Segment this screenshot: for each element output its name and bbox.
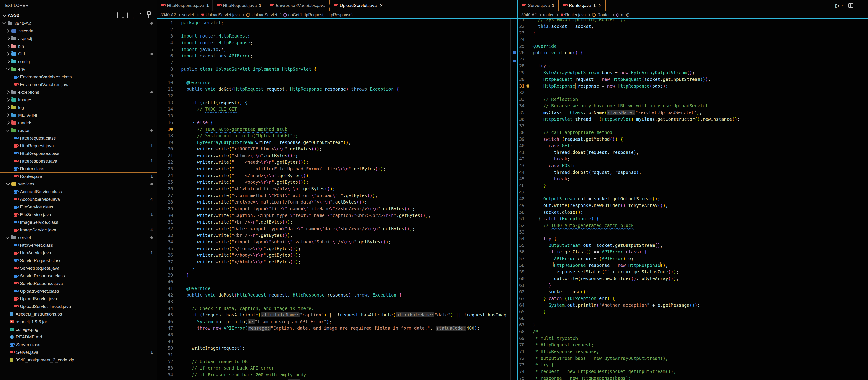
code-line[interactable]: 70 * HttpRequest request;: [518, 342, 868, 348]
code-line[interactable]: 36 writer.write("</body>\r\n".getBytes()…: [157, 252, 517, 258]
code-editor[interactable]: 21 // System.out.println("Router ");22 t…: [518, 19, 868, 380]
code-line[interactable]: 27 writer.write("<form method=\"POST\" a…: [157, 192, 517, 199]
code-line[interactable]: 5import java.io.*;: [157, 46, 517, 53]
tree-file-aspectj_instructions.txt[interactable]: AspectJ_Instructions.txt: [0, 310, 156, 318]
code-line[interactable]: 39 switch (request.getMethod()) {: [518, 136, 868, 143]
tree-file-servletresponse.class[interactable]: ServletResponse.class: [0, 272, 156, 280]
code-line[interactable]: 19 ByteArrayOutputStream writer = respon…: [157, 139, 517, 146]
tree-file-httprequest.class[interactable]: HttpRequest.class: [0, 134, 156, 142]
code-line[interactable]: 32 writer.write("Date: <input type=\"dat…: [157, 226, 517, 232]
code-line[interactable]: 37: [518, 123, 868, 129]
code-line[interactable]: 29 ByteArrayOutputStream baos = new Byte…: [518, 69, 868, 76]
tree-file-fileservice.class[interactable]: FileService.class: [0, 203, 156, 211]
code-line[interactable]: 22 this.socket = socket;: [518, 23, 868, 30]
close-icon[interactable]: ×: [599, 3, 602, 8]
code-line[interactable]: 41 @Override: [157, 285, 517, 292]
code-line[interactable]: 54 try {: [518, 235, 868, 242]
collapse-all-icon[interactable]: [148, 12, 149, 18]
code-line[interactable]: 74 * request = new HttpRequest(socket.ge…: [518, 368, 868, 375]
code-line[interactable]: 45 break;: [518, 175, 868, 182]
breadcrumb-item[interactable]: UploadServlet.java: [200, 12, 240, 18]
tree-file-accountservice.class[interactable]: AccountService.class: [0, 188, 156, 196]
code-line[interactable]: 12: [157, 93, 517, 99]
tree-folder-log[interactable]: log: [0, 104, 156, 111]
tree-folder-models[interactable]: models: [0, 119, 156, 127]
code-line[interactable]: 45 if (!request.hasAttribute(attributeNa…: [157, 312, 517, 318]
code-line[interactable]: 29 writer.write("<input type=\"file\" na…: [157, 205, 517, 212]
overview-ruler[interactable]: [510, 19, 517, 380]
code-line[interactable]: 23 }: [518, 29, 868, 36]
more-actions-icon[interactable]: ···: [507, 2, 513, 9]
code-line[interactable]: 53: [518, 229, 868, 236]
code-line[interactable]: 38 // call appropriate method: [518, 129, 868, 136]
code-line[interactable]: 39 }: [157, 272, 517, 278]
code-line[interactable]: 42 break;: [518, 156, 868, 162]
code-line[interactable]: 33 writer.write("<br />\n".getBytes());: [157, 232, 517, 239]
tree-file-httpresponse.class[interactable]: HttpResponse.class: [0, 149, 156, 157]
tree-folder-exceptions[interactable]: exceptions: [0, 88, 156, 96]
tree-file-server.class[interactable]: Server.class: [0, 341, 156, 348]
code-line[interactable]: 24: [518, 36, 868, 43]
code-line[interactable]: 14 // TODO CLI GET: [157, 106, 517, 112]
code-line[interactable]: 3import router.HttpRequest;: [157, 33, 517, 39]
code-line[interactable]: 4import router.HttpResponse;: [157, 39, 517, 46]
code-line[interactable]: 36 HttpServlet thread = (HttpServlet) my…: [518, 116, 868, 123]
editor-tab[interactable]: HttpRequest.java1: [213, 0, 265, 11]
code-line[interactable]: 68 /*: [518, 328, 868, 335]
tree-file-readme.md[interactable]: README.md: [0, 333, 156, 341]
code-line[interactable]: 7: [157, 59, 517, 66]
tree-file-accountservice.java[interactable]: AccountService.java4: [0, 196, 156, 203]
tree-file-server.java[interactable]: Server.java1: [0, 348, 156, 356]
close-icon[interactable]: ×: [380, 3, 383, 8]
code-line[interactable]: 21 // System.out.println("Router ");: [518, 19, 868, 23]
tree-folder-.vscode[interactable]: .vscode: [0, 27, 156, 35]
editor-tab[interactable]: UploadServlet.java×: [329, 0, 386, 11]
code-line[interactable]: 32: [518, 89, 868, 96]
tree-file-fileservice.java[interactable]: FileService.java1: [0, 211, 156, 218]
editor-tab[interactable]: Router.java1×: [558, 0, 606, 11]
code-line[interactable]: 10 @Override: [157, 79, 517, 86]
code-line[interactable]: 49 out.write(response.newBuilder().toByt…: [518, 202, 868, 209]
tree-file-servletrequest.java[interactable]: ServletRequest.java: [0, 264, 156, 272]
code-line[interactable]: 55 OutputStream out =socket.getOutputStr…: [518, 242, 868, 249]
code-line[interactable]: 53 // if error send back API error: [157, 365, 517, 372]
code-line[interactable]: 56 if (e.getClass() == APIError.class) {: [518, 248, 868, 255]
tree-folder-services[interactable]: services: [0, 180, 156, 188]
code-line[interactable]: 66: [518, 315, 868, 322]
tree-file-router.class[interactable]: Router.class: [0, 165, 156, 172]
tree-file-uploadservletthread.java[interactable]: UploadServletThread.java: [0, 303, 156, 310]
editor-tab[interactable]: HttpResponse.java1: [157, 0, 213, 11]
run-icon[interactable]: ▷: [836, 2, 840, 9]
code-line[interactable]: 61 }: [518, 282, 868, 289]
code-line[interactable]: 25 @Override: [518, 43, 868, 49]
code-line[interactable]: 18 // System.out.println("Upload doGET")…: [157, 132, 517, 139]
code-line[interactable]: 1package servlet;: [157, 20, 517, 26]
code-line[interactable]: 58 HttpResponse response = new HttpRespo…: [518, 262, 868, 269]
code-line[interactable]: 59 response.setStatus("" + error.getStat…: [518, 269, 868, 275]
breadcrumb-item[interactable]: servlet: [182, 12, 194, 18]
code-line[interactable]: 69 * Multi trycatch: [518, 335, 868, 342]
code-line[interactable]: 27: [518, 56, 868, 63]
code-line[interactable]: 30 writer.write("Caption: <input type=\"…: [157, 212, 517, 219]
code-line[interactable]: 2: [157, 26, 517, 33]
code-line[interactable]: 43: [157, 299, 517, 305]
code-line[interactable]: 28 writer.write("enctype=\"multipart/for…: [157, 199, 517, 205]
code-line[interactable]: 38 }: [157, 265, 517, 272]
tree-file-college.png[interactable]: college.png: [0, 325, 156, 333]
code-line[interactable]: 50 writeImage(request);: [157, 345, 517, 351]
tree-folder-router[interactable]: router: [0, 127, 156, 134]
tree-folder-aspectj[interactable]: aspectj: [0, 35, 156, 42]
code-line[interactable]: 34 // Because we only have one URL we wi…: [518, 102, 868, 109]
refresh-icon[interactable]: [136, 12, 137, 18]
breadcrumb-item[interactable]: Router: [592, 12, 610, 18]
tree-folder-meta-inf[interactable]: META-INF: [0, 111, 156, 119]
code-line[interactable]: 40: [157, 278, 517, 285]
code-line[interactable]: 46 System.out.println(x:"I am causing an…: [157, 318, 517, 325]
code-line[interactable]: 47: [518, 189, 868, 196]
code-line[interactable]: 51 } catch (Exception e) {: [518, 215, 868, 222]
code-line[interactable]: 30 HttpRequest request = new HttpRequest…: [518, 76, 868, 83]
tree-folder-images[interactable]: images: [0, 96, 156, 104]
code-line[interactable]: 25 writer.write(" <body>\r\n".getBytes()…: [157, 179, 517, 185]
tree-file-uploadservlet.class[interactable]: UploadServlet.class: [0, 287, 156, 295]
tree-file-uploadservlet.java[interactable]: UploadServlet.java: [0, 295, 156, 303]
